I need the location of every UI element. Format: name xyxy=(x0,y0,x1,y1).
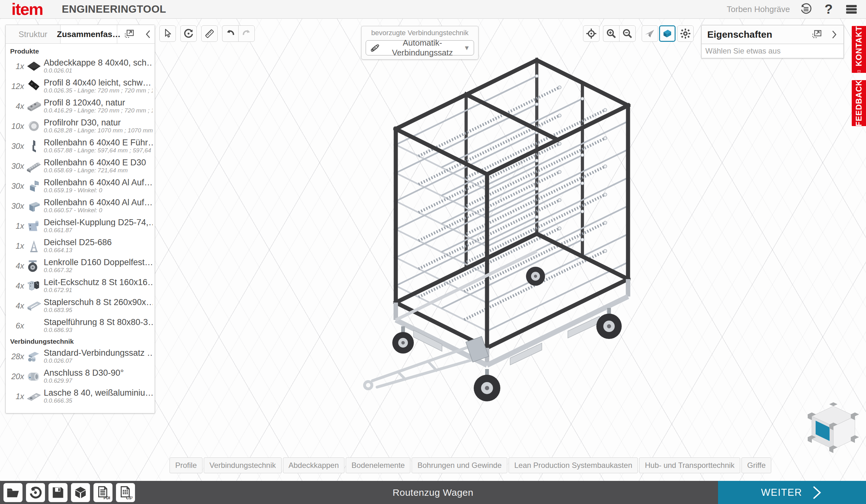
part-title: Profil 8 40x40 leicht, schw… xyxy=(44,78,153,87)
bracket2-icon xyxy=(24,199,44,213)
part-title: Leit-Eckschutz 8 St 160x16… xyxy=(44,278,153,287)
part-title: Profil 8 120x40, natur xyxy=(44,98,153,107)
session-history-icon[interactable] xyxy=(799,2,813,16)
part-list-item[interactable]: 4xLenkrolle D160 Doppelfest…0.0.667.32 xyxy=(6,256,155,276)
viewport-settings-button[interactable] xyxy=(677,25,693,42)
part-title: Staplerschuh 8 St 260x90x… xyxy=(44,298,153,307)
category-tab-hub-und-transporttechnik[interactable]: Hub- und Transporttechnik xyxy=(639,457,740,473)
profile-black-icon xyxy=(24,79,44,94)
part-list-item[interactable]: 30xRollenbahn 6 40x40 Al Auf…0.0.660.57 … xyxy=(6,196,155,216)
category-tab-griffe[interactable]: Griffe xyxy=(742,457,771,473)
redo-button[interactable] xyxy=(238,25,255,42)
reset-project-button[interactable] xyxy=(26,483,45,502)
category-tab-lean-production-systembaukasten[interactable]: Lean Production Systembaukasten xyxy=(509,457,638,473)
solid-view-button[interactable] xyxy=(659,25,676,42)
drawbar-icon xyxy=(24,239,44,254)
cart-3d-model xyxy=(333,41,681,453)
svg-text:PDF: PDF xyxy=(104,496,110,500)
wireframe-view-button[interactable] xyxy=(642,25,658,42)
category-tab-bohrungen-und-gewinde[interactable]: Bohrungen und Gewinde xyxy=(412,457,507,473)
caster-icon xyxy=(24,259,44,273)
rotate-view-button[interactable] xyxy=(180,25,197,42)
part-title: Stapelführung 8 St 80x80-3… xyxy=(44,318,153,327)
zoom-in-button[interactable] xyxy=(603,25,619,42)
part-article-number: 0.0.658.69 - Länge: 721,64 mm xyxy=(44,167,153,174)
item-logo: item xyxy=(11,1,43,18)
export-3d-button[interactable] xyxy=(71,483,90,502)
measure-tool-button[interactable] xyxy=(201,25,218,42)
popout-panel-icon[interactable] xyxy=(123,28,136,41)
footer-bar: PDF CSV Routenzug Wagen WEITER xyxy=(0,481,866,504)
part-list-item[interactable]: 4xStaplerschuh 8 St 260x90x…0.0.683.95 xyxy=(6,296,155,316)
part-quantity: 1x xyxy=(6,222,24,231)
part-list-item[interactable]: 30xRollenbahn 6 40x40 E Führ…0.0.657.88 … xyxy=(6,136,155,156)
connector-select[interactable]: Automatik-Verbindungssatz ▼ xyxy=(366,40,474,55)
parts-panel: Struktur Zusammenfas… Produkte1xAbdeckka… xyxy=(5,25,155,413)
part-list-item[interactable]: 12xProfil 8 40x40 leicht, schw…0.0.026.3… xyxy=(6,76,155,96)
connector-preference-panel: bevorzugte Verbindungstechnik Automatik-… xyxy=(361,26,478,59)
section-label: Produkte xyxy=(6,46,155,56)
undo-button[interactable] xyxy=(222,25,238,42)
part-list-item[interactable]: 1xDeichsel D25-6860.0.664.13 xyxy=(6,236,155,256)
rail-icon xyxy=(24,159,44,173)
3d-viewport-canvas[interactable]: Struktur Zusammenfas… Produkte1xAbdeckka… xyxy=(0,19,866,481)
part-list-item[interactable]: 4xProfil 8 120x40, natur0.0.416.29 - Län… xyxy=(6,96,155,116)
part-title: Anschluss 8 D30-90° xyxy=(44,368,153,377)
envelope-icon xyxy=(855,70,863,73)
collapse-properties-icon[interactable] xyxy=(828,28,840,41)
part-quantity: 4x xyxy=(6,281,24,291)
category-tab-abdeckkappen[interactable]: Abdeckkappen xyxy=(283,457,345,473)
part-title: Deichsel-Kupplung D25-74,… xyxy=(44,218,153,227)
view-navigation-cube[interactable] xyxy=(805,400,862,457)
part-quantity: 12x xyxy=(6,82,24,91)
part-article-number: 0.0.661.87 xyxy=(44,227,153,234)
part-list-item[interactable]: 20xAnschluss 8 D30-90°0.0.629.97 xyxy=(6,367,155,387)
part-list-item[interactable]: 1xAbdeckkappe 8 40x40, sch…0.0.026.01 xyxy=(6,56,155,76)
zoom-out-button[interactable] xyxy=(619,25,636,42)
part-list-item[interactable]: 28xStandard-Verbindungssatz …0.0.026.07 xyxy=(6,347,155,367)
tab-zusammenfassung[interactable]: Zusammenfas… xyxy=(60,25,117,43)
part-article-number: 0.0.026.07 xyxy=(44,357,153,365)
part-title: Rollenbahn 6 40x40 E D30 xyxy=(44,158,153,167)
part-article-number: 0.0.660.57 - Winkel: 0 xyxy=(44,207,153,214)
app-header: item ENGINEERINGTOOL Torben Hohgräve ? xyxy=(0,0,866,19)
part-list-item[interactable]: 30xRollenbahn 6 40x40 Al Auf…0.0.659.19 … xyxy=(6,176,155,196)
cap-icon xyxy=(24,59,44,74)
part-list-item[interactable]: 30xRollenbahn 6 40x40 E D300.0.658.69 - … xyxy=(6,156,155,176)
export-pdf-button[interactable]: PDF xyxy=(93,483,112,502)
save-button[interactable] xyxy=(48,483,67,502)
part-quantity: 30x xyxy=(6,161,24,171)
part-article-number: 0.0.416.29 - Länge: 720 mm ; 720 mm ; 12… xyxy=(44,107,153,114)
open-project-button[interactable] xyxy=(3,483,22,502)
help-icon[interactable]: ? xyxy=(822,2,835,16)
part-list-item[interactable]: 6xStapelführung 8 St 80x80-3…0.0.686.93 xyxy=(6,316,155,336)
tube-icon xyxy=(24,119,44,134)
part-list-item[interactable]: 1xLasche 8 40, weißaluminiu…0.0.666.35 xyxy=(6,387,155,406)
undo-redo-group xyxy=(222,25,255,42)
tab-struktur[interactable]: Struktur xyxy=(6,25,60,43)
engineeringtool-app: item ENGINEERINGTOOL Torben Hohgräve ? S… xyxy=(0,0,866,504)
part-list-item[interactable]: 1xDeichsel-Kupplung D25-74,…0.0.661.87 xyxy=(6,216,155,236)
kontakt-tab[interactable]: KONTAKT xyxy=(852,26,866,73)
menu-icon[interactable] xyxy=(844,2,858,16)
part-article-number: 0.0.026.01 xyxy=(44,67,153,75)
collapse-panel-icon[interactable] xyxy=(142,28,155,41)
select-tool-button[interactable] xyxy=(159,25,176,42)
popout-properties-icon[interactable] xyxy=(811,28,823,41)
feedback-tab[interactable]: FEEDBACK xyxy=(852,80,866,126)
part-quantity: 30x xyxy=(6,201,24,211)
svg-text:CSV: CSV xyxy=(126,496,132,500)
bracket-icon xyxy=(24,179,44,193)
chevron-right-icon xyxy=(810,486,823,500)
category-tab-profile[interactable]: Profile xyxy=(169,457,202,473)
part-article-number: 0.0.657.88 - Länge: 597,64 mm ; 597,64 m… xyxy=(44,147,153,154)
category-tab-bodenelemente[interactable]: Bodenelemente xyxy=(346,457,410,473)
category-tab-verbindungstechnik[interactable]: Verbindungstechnik xyxy=(204,457,281,473)
part-quantity: 1x xyxy=(6,62,24,71)
weiter-button[interactable]: WEITER xyxy=(718,481,866,504)
center-view-button[interactable] xyxy=(583,25,600,42)
part-list-item[interactable]: 10xProfilrohr D30, natur0.0.628.28 - Län… xyxy=(6,116,155,136)
export-csv-button[interactable]: CSV xyxy=(116,483,135,502)
part-article-number: 0.0.667.32 xyxy=(44,267,153,274)
part-list-item[interactable]: 4xLeit-Eckschutz 8 St 160x16…0.0.672.91 xyxy=(6,276,155,296)
